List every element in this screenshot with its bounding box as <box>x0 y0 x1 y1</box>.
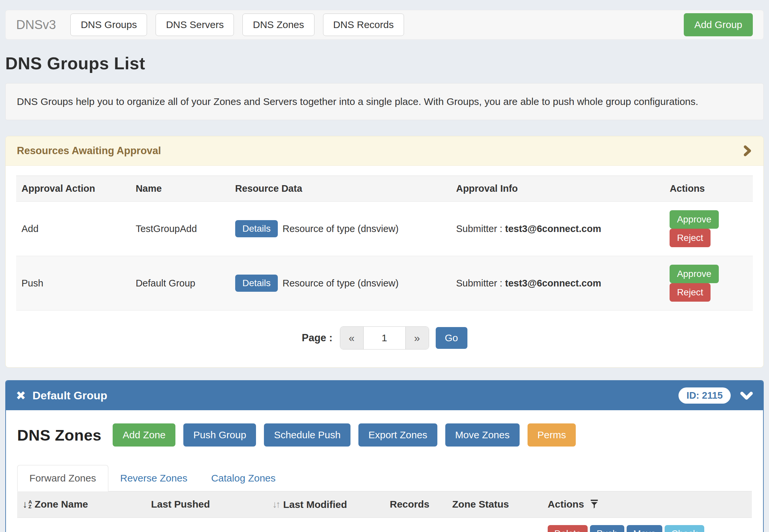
tab-forward-zones[interactable]: Forward Zones <box>17 465 108 491</box>
zone-check-button[interactable]: Check <box>665 525 704 532</box>
default-group-panel: ✖ Default Group ID: 2115 DNS Zones Add Z… <box>5 380 764 532</box>
column-header-actions: Actions <box>664 176 753 202</box>
approval-name-value: Default Group <box>130 256 230 311</box>
approval-action-value: Push <box>16 256 130 311</box>
records-value: 11 <box>384 517 447 532</box>
group-panel-body: DNS Zones Add Zone Push Group Schedule P… <box>6 410 763 532</box>
approval-row: Push Default Group Details Resource of t… <box>16 256 753 311</box>
approve-button[interactable]: Approve <box>670 210 719 229</box>
column-header-zone-name[interactable]: ↓AZ Zone Name <box>17 491 146 517</box>
approval-panel-title: Resources Awaiting Approval <box>17 145 161 157</box>
schedule-push-button[interactable]: Schedule Push <box>264 423 351 447</box>
details-button[interactable]: Details <box>235 220 278 237</box>
column-header-resource-data: Resource Data <box>230 176 451 202</box>
approval-panel-body: Approval Action Name Resource Data Appro… <box>6 166 763 367</box>
column-header-zone-actions: Actions <box>542 491 752 517</box>
nav-dns-records-button[interactable]: DNS Records <box>323 14 404 36</box>
push-group-button[interactable]: Push Group <box>183 423 256 447</box>
zone-status-value <box>447 517 542 532</box>
zones-table: ↓AZ Zone Name Last Pushed ↓↑ Last Modifi… <box>17 491 752 532</box>
reject-button[interactable]: Reject <box>670 229 710 247</box>
page-label: Page : <box>302 332 332 344</box>
column-header-approval-info: Approval Info <box>451 176 665 202</box>
group-panel-header: ✖ Default Group ID: 2115 <box>6 381 763 410</box>
zones-section-title: DNS Zones <box>17 426 101 444</box>
close-icon[interactable]: ✖ <box>16 390 26 402</box>
page-description: DNS Groups help you to organize all of y… <box>5 83 764 120</box>
zone-row: actioncarrental.net. 01/08/2024 13:57:28… <box>17 517 752 532</box>
approval-action-value: Add <box>16 202 130 256</box>
submitter-label: Submitter : <box>456 223 502 234</box>
resource-data-text: Resource of type (dnsview) <box>283 278 398 289</box>
add-zone-button[interactable]: Add Zone <box>113 423 175 447</box>
approval-name-value: TestGroupAdd <box>130 202 230 256</box>
page-title: DNS Groups List <box>5 53 764 73</box>
zones-tabs: Forward Zones Reverse Zones Catalog Zone… <box>17 465 752 491</box>
reject-button[interactable]: Reject <box>670 283 710 302</box>
submitter-email: test3@6connect.com <box>505 278 601 288</box>
pagination: Page : « » Go <box>16 326 753 349</box>
nav-dns-zones-button[interactable]: DNS Zones <box>243 14 314 36</box>
filter-icon[interactable] <box>590 499 599 509</box>
perms-button[interactable]: Perms <box>527 423 576 447</box>
page-prev-button[interactable]: « <box>340 327 363 349</box>
zones-toolbar: DNS Zones Add Zone Push Group Schedule P… <box>17 423 752 447</box>
tab-reverse-zones[interactable]: Reverse Zones <box>108 465 199 491</box>
move-zones-button[interactable]: Move Zones <box>445 423 519 447</box>
zone-move-button[interactable]: Move <box>627 525 662 532</box>
column-header-last-pushed: Last Pushed <box>146 491 267 517</box>
app-brand: DNSv3 <box>16 18 56 32</box>
chevron-right-icon[interactable] <box>742 145 752 156</box>
approval-row: Add TestGroupAdd Details Resource of typ… <box>16 202 753 256</box>
resource-data-text: Resource of type (dnsview) <box>283 223 398 234</box>
nav-dns-groups-button[interactable]: DNS Groups <box>70 14 147 36</box>
submitter-email: test3@6connect.com <box>505 223 601 234</box>
sort-az-icon[interactable]: ↓AZ <box>22 499 32 510</box>
page-number-input[interactable] <box>363 327 406 349</box>
approval-panel-header[interactable]: Resources Awaiting Approval <box>6 136 763 166</box>
zone-delete-button[interactable]: Delete <box>548 525 588 532</box>
column-header-approval-action: Approval Action <box>16 176 130 202</box>
column-header-records: Records <box>384 491 447 517</box>
zone-push-button[interactable]: Push <box>590 525 624 532</box>
column-header-last-modified[interactable]: ↓↑ Last Modified <box>267 491 384 517</box>
chevron-down-icon[interactable] <box>740 391 753 400</box>
tab-catalog-zones[interactable]: Catalog Zones <box>199 465 287 491</box>
approve-button[interactable]: Approve <box>670 265 719 283</box>
export-zones-button[interactable]: Export Zones <box>358 423 437 447</box>
page-next-button[interactable]: » <box>406 327 429 349</box>
approval-table: Approval Action Name Resource Data Appro… <box>16 176 753 311</box>
submitter-label: Submitter : <box>456 278 502 288</box>
last-modified-value: 09/25/2020 23:05:27 <box>267 517 384 532</box>
last-pushed-value: 01/08/2024 13:57:28 <box>146 517 267 532</box>
group-id-badge: ID: 2115 <box>679 387 731 404</box>
group-title: Default Group <box>32 389 107 402</box>
details-button[interactable]: Details <box>235 275 278 292</box>
top-toolbar: DNSv3 DNS Groups DNS Servers DNS Zones D… <box>5 10 764 40</box>
column-header-name: Name <box>130 176 230 202</box>
approval-panel: Resources Awaiting Approval Approval Act… <box>5 136 764 368</box>
add-group-button[interactable]: Add Group <box>684 13 753 36</box>
column-header-zone-status: Zone Status <box>447 491 542 517</box>
nav-dns-servers-button[interactable]: DNS Servers <box>155 14 234 36</box>
page-go-button[interactable]: Go <box>436 327 467 349</box>
sort-updown-icon[interactable]: ↓↑ <box>272 499 279 510</box>
